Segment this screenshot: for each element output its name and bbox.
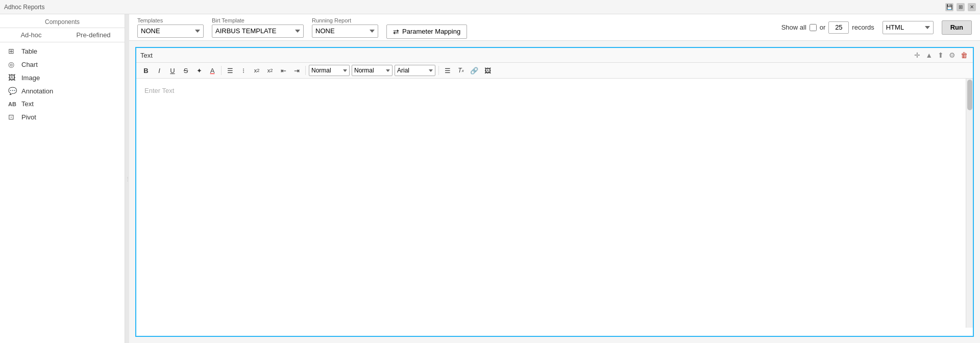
ordered-list-button[interactable]: ☰	[225, 65, 236, 76]
templates-group: Templates NONE	[137, 17, 204, 38]
font-color-button[interactable]: A	[207, 65, 218, 76]
paragraph-style-select-1[interactable]: Normal	[309, 65, 350, 76]
editor-placeholder: Enter Text	[144, 87, 174, 94]
text-section-header: Text ✛ ▲ ⬆ ⚙ 🗑	[136, 48, 973, 63]
editor-toolbar: B I U S ✦ A ☰ ⁝ x2 x2 ⇤ ⇥ Normal	[136, 63, 973, 79]
close-icon[interactable]: ✕	[968, 3, 976, 11]
indent-button[interactable]: ⇥	[291, 65, 302, 76]
main-layout: Components Ad-hoc Pre-defined ⊞ Table ◎ …	[0, 14, 980, 343]
annotation-icon: 💬	[8, 87, 17, 95]
vertical-scrollbar[interactable]	[966, 79, 973, 328]
or-label: or	[820, 23, 826, 31]
underline-button[interactable]: U	[167, 65, 178, 76]
title-bar: Adhoc Reports 💾 ⊞ ✕	[0, 0, 980, 14]
templates-label: Templates	[137, 17, 204, 23]
running-report-group: Running Report NONE	[312, 17, 378, 38]
templates-select[interactable]: NONE	[137, 24, 204, 38]
bold-button[interactable]: B	[140, 65, 152, 76]
param-mapping-icon: ⇄	[393, 28, 399, 36]
font-family-select[interactable]: Arial	[395, 65, 435, 76]
text-section-actions: ✛ ▲ ⬆ ⚙ 🗑	[913, 50, 969, 60]
image-insert-button[interactable]: 🖼	[482, 65, 493, 76]
pivot-icon: ⊡	[8, 113, 17, 121]
link-button[interactable]: 🔗	[469, 65, 480, 76]
sidebar-items: ⊞ Table ◎ Chart 🖼 Image 💬 Annotation AB …	[0, 42, 125, 126]
show-all-checkbox[interactable]	[810, 24, 817, 31]
sidebar-item-label: Image	[21, 74, 40, 82]
sidebar-item-table[interactable]: ⊞ Table	[0, 44, 125, 58]
separator-2	[305, 66, 306, 75]
show-all-group: Show all or records	[781, 21, 874, 34]
clear-format-button[interactable]: ✦	[193, 65, 205, 76]
sidebar: Components Ad-hoc Pre-defined ⊞ Table ◎ …	[0, 14, 125, 343]
tab-predefined[interactable]: Pre-defined	[62, 28, 125, 42]
parameter-mapping-button[interactable]: ⇄ Parameter Mapping	[386, 24, 467, 39]
top-toolbar: Templates NONE Birt Template AIRBUS TEMP…	[129, 14, 980, 41]
resizer-handle: ⋮	[125, 176, 129, 182]
show-all-label: Show all	[781, 23, 806, 31]
save-icon[interactable]: 💾	[945, 3, 953, 11]
sidebar-item-image[interactable]: 🖼 Image	[0, 71, 125, 84]
separator-3	[438, 66, 439, 75]
report-area: Text ✛ ▲ ⬆ ⚙ 🗑 B I U S ✦ A	[129, 41, 980, 343]
outdent-button[interactable]: ⇤	[278, 65, 289, 76]
italic-button[interactable]: I	[154, 65, 165, 76]
components-label: Components	[0, 14, 125, 28]
unordered-list-button[interactable]: ⁝	[238, 65, 249, 76]
records-input[interactable]	[828, 21, 849, 34]
table-icon: ⊞	[8, 47, 17, 55]
format-select[interactable]: HTML	[883, 21, 934, 34]
param-mapping-label: Parameter Mapping	[402, 28, 460, 35]
text-icon: AB	[8, 101, 17, 107]
sidebar-item-label: Table	[21, 47, 37, 55]
records-label: records	[852, 23, 874, 31]
move-up-icon[interactable]: ▲	[924, 50, 934, 60]
sidebar-item-label: Annotation	[21, 87, 53, 95]
sidebar-item-annotation[interactable]: 💬 Annotation	[0, 84, 125, 97]
paragraph-style-select-2[interactable]: Normal	[352, 65, 393, 76]
running-report-select[interactable]: NONE	[312, 24, 378, 38]
superscript-button[interactable]: x2	[264, 65, 276, 76]
align-button[interactable]: ☰	[442, 65, 453, 76]
editor-body[interactable]: Enter Text	[136, 79, 973, 328]
sidebar-item-pivot[interactable]: ⊡ Pivot	[0, 110, 125, 124]
move-up-alt-icon[interactable]: ⬆	[937, 50, 945, 60]
add-section-icon[interactable]: ✛	[913, 50, 921, 60]
app-title: Adhoc Reports	[4, 4, 44, 11]
scrollbar-thumb[interactable]	[967, 80, 972, 110]
sidebar-item-label: Pivot	[21, 113, 36, 121]
subscript-button[interactable]: x2	[251, 65, 262, 76]
run-button[interactable]: Run	[942, 20, 972, 35]
sidebar-item-label: Text	[21, 100, 34, 108]
running-report-label: Running Report	[312, 17, 378, 23]
grid-icon[interactable]: ⊞	[957, 3, 965, 11]
birt-template-label: Birt Template	[212, 17, 304, 23]
chart-icon: ◎	[8, 60, 17, 68]
content-area: Templates NONE Birt Template AIRBUS TEMP…	[129, 14, 980, 343]
sidebar-item-text[interactable]: AB Text	[0, 97, 125, 110]
clear-formatting-button[interactable]: Tx	[455, 65, 467, 76]
birt-template-select[interactable]: AIRBUS TEMPLATE	[212, 24, 304, 38]
sidebar-item-chart[interactable]: ◎ Chart	[0, 58, 125, 71]
text-section: Text ✛ ▲ ⬆ ⚙ 🗑 B I U S ✦ A	[135, 47, 974, 337]
sidebar-tabs: Ad-hoc Pre-defined	[0, 28, 125, 42]
settings-icon[interactable]: ⚙	[948, 50, 957, 60]
sidebar-resizer[interactable]: ⋮	[125, 14, 129, 343]
delete-icon[interactable]: 🗑	[960, 50, 969, 60]
tab-adhoc[interactable]: Ad-hoc	[0, 28, 62, 42]
title-bar-icons: 💾 ⊞ ✕	[945, 3, 976, 11]
sidebar-item-label: Chart	[21, 61, 38, 68]
image-icon: 🖼	[8, 74, 17, 82]
separator-1	[221, 66, 222, 75]
text-section-title: Text	[140, 52, 153, 59]
editor-scroll-container: Enter Text	[136, 79, 973, 328]
strikethrough-button[interactable]: S	[180, 65, 191, 76]
birt-template-group: Birt Template AIRBUS TEMPLATE	[212, 17, 304, 38]
